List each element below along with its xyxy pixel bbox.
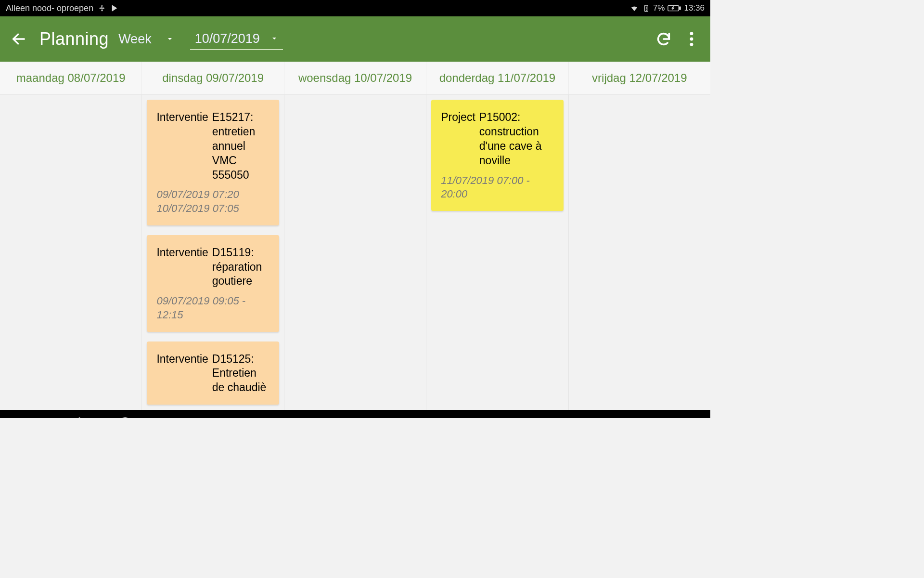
planning-card[interactable]: Project P15002: construction d'une cave … (431, 100, 563, 211)
card-type: Interventie (156, 246, 208, 289)
back-button[interactable] (7, 27, 31, 51)
chevron-down-icon (166, 36, 174, 42)
day-header[interactable]: woensdag 10/07/2019 (284, 62, 426, 94)
card-type: Interventie (156, 352, 208, 395)
nav-recents-button[interactable] (164, 413, 183, 418)
day-column-2 (284, 95, 426, 410)
status-battery-pct: 7% (653, 3, 665, 13)
day-header-row: maandag 08/07/2019 dinsdag 09/07/2019 wo… (0, 62, 710, 95)
svg-point-6 (690, 32, 693, 35)
card-desc: D15125: Entretien de chaudiè (212, 352, 270, 395)
nav-home-button[interactable] (116, 413, 135, 418)
day-header[interactable]: maandag 08/07/2019 (0, 62, 142, 94)
day-column-4 (569, 95, 710, 410)
card-time: 09/07/2019 09:05 - 12:15 (156, 294, 269, 322)
svg-point-8 (690, 43, 693, 46)
usb-icon (98, 3, 106, 13)
card-desc: D15119: réparation goutiere (212, 246, 270, 289)
card-desc: E15217: entretien annuel VMC 555050 (212, 110, 270, 182)
card-type: Interventie (156, 110, 208, 182)
day-column-0 (0, 95, 142, 410)
planning-card[interactable]: Interventie D15119: réparation goutiere … (147, 235, 279, 332)
nav-back-button[interactable] (67, 413, 87, 418)
planning-card[interactable]: Interventie D15125: Entretien de chaudiè (147, 342, 279, 405)
day-header[interactable]: donderdag 11/07/2019 (426, 62, 568, 94)
app-bar: Planning Week 10/07/2019 (0, 16, 710, 62)
view-mode-selector[interactable]: Week (114, 29, 179, 50)
status-text: Alleen nood- oproepen (6, 3, 93, 13)
status-time: 13:36 (684, 3, 705, 13)
refresh-button[interactable] (652, 27, 676, 51)
day-column-1: Interventie E15217: entretien annuel VMC… (142, 95, 284, 410)
date-label: 10/07/2019 (195, 31, 260, 46)
week-columns: Interventie E15217: entretien annuel VMC… (0, 95, 710, 410)
status-left: Alleen nood- oproepen (6, 3, 118, 13)
card-type: Project (441, 110, 475, 168)
wifi-icon (629, 4, 640, 13)
view-mode-label: Week (118, 32, 152, 47)
svg-rect-4 (680, 7, 681, 10)
status-right: 7% 13:36 (629, 3, 705, 13)
android-status-bar: Alleen nood- oproepen 7% 13:36 (0, 0, 710, 16)
svg-point-7 (690, 38, 693, 41)
day-column-3: Project P15002: construction d'une cave … (426, 95, 568, 410)
android-nav-bar (0, 410, 710, 418)
overflow-menu-button[interactable] (680, 27, 704, 51)
battery-warning-icon (642, 3, 650, 13)
date-selector[interactable]: 10/07/2019 (190, 28, 283, 50)
svg-point-9 (120, 418, 130, 418)
card-time: 09/07/2019 07:20 10/07/2019 07:05 (156, 188, 269, 215)
play-store-icon (111, 4, 118, 13)
planning-card[interactable]: Interventie E15217: entretien annuel VMC… (147, 100, 279, 225)
day-header[interactable]: vrijdag 12/07/2019 (569, 62, 710, 94)
card-time: 11/07/2019 07:00 - 20:00 (441, 174, 553, 201)
device-frame: Alleen nood- oproepen 7% 13:36 (0, 0, 710, 418)
chevron-down-icon (270, 36, 278, 41)
battery-charging-icon (667, 4, 681, 12)
app-title: Planning (39, 29, 109, 49)
day-header[interactable]: dinsdag 09/07/2019 (142, 62, 284, 94)
card-desc: P15002: construction d'une cave à novill… (479, 110, 554, 168)
svg-point-2 (646, 10, 646, 10)
